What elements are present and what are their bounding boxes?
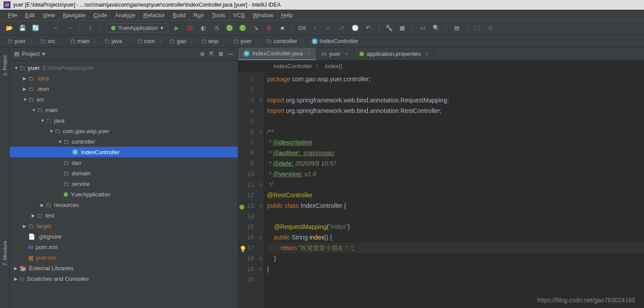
tree-ext-libs[interactable]: ▶📚External Libraries <box>10 263 238 273</box>
breadcrumb-class[interactable]: C IndexController <box>309 37 361 45</box>
close-icon[interactable]: × <box>426 51 429 57</box>
build-icon[interactable]: ⤵ <box>85 23 95 33</box>
tree-index-controller[interactable]: CIndexController <box>10 147 238 157</box>
tree-target[interactable]: ▶🗀target <box>10 221 238 231</box>
chevron-down-icon[interactable]: ▾ <box>42 51 45 57</box>
attach-icon[interactable]: ⇘ <box>251 23 261 33</box>
breadcrumb-com[interactable]: 🗀 com <box>134 37 158 45</box>
tree-pom[interactable]: mpom.xml <box>10 242 238 252</box>
breadcrumb-yuer[interactable]: 🗀 yuer <box>4 37 28 45</box>
menu-build[interactable]: Build <box>169 11 189 19</box>
tab-app-properties[interactable]: ⬢ application.properties × <box>354 47 434 60</box>
tree-test[interactable]: ▶🗀test <box>10 210 238 221</box>
back-icon[interactable]: ← <box>51 23 61 33</box>
tree-yuer-app[interactable]: ⬢YuerApplication <box>10 189 238 199</box>
open-icon[interactable]: 📂 <box>4 23 14 33</box>
tree-mvn[interactable]: ▶🗀.mvn <box>10 83 238 94</box>
tab-index-controller[interactable]: C IndexController.java × <box>238 47 317 60</box>
structure-icon[interactable]: ▦ <box>397 23 407 33</box>
tools-icon[interactable]: ⚙ <box>264 23 274 33</box>
vcs-revert-icon[interactable]: ↶ <box>364 23 373 33</box>
run-config-selector[interactable]: ⬢ YuerApplication ▾ <box>106 23 168 33</box>
sync-icon[interactable]: 🔄 <box>31 23 40 33</box>
breadcrumb-gao[interactable]: 🗀 gao <box>167 37 189 45</box>
breadcrumb-yuer2[interactable]: 🗀 yuer <box>230 37 254 45</box>
tree-gitignore[interactable]: 📄.gitignore <box>10 231 238 242</box>
project-tree[interactable]: ▼🗀yuerE:\IdeaProjects\yuer ▶🗀.idea ▶🗀.mv… <box>10 61 238 308</box>
breadcrumb-controller[interactable]: 🗀 controller <box>263 37 299 45</box>
menu-file[interactable]: File <box>4 11 21 19</box>
tree-iml[interactable]: ▦yuer.iml <box>10 252 238 263</box>
save-icon[interactable]: 💾 <box>18 23 27 33</box>
tree-service[interactable]: 🗀service <box>10 178 238 189</box>
menu-navigate[interactable]: Navigate <box>59 11 89 19</box>
main-toolbar: 📂 💾 🔄 ← → ⤵ ⬢ YuerApplication ▾ ▶ 🐞 ◐ ◷ … <box>0 20 644 35</box>
menu-refactor[interactable]: Refactor <box>140 11 168 19</box>
breadcrumb-main[interactable]: 🗀 main <box>67 37 92 45</box>
menu-window[interactable]: Window <box>249 11 277 19</box>
chevron-right-icon: 〉 <box>191 37 196 45</box>
tree-root[interactable]: ▼🗀yuerE:\IdeaProjects\yuer <box>10 62 238 73</box>
settings-icon[interactable]: 🔧 <box>384 23 394 33</box>
locate-icon[interactable]: ⊕ <box>200 51 205 57</box>
line-gutter[interactable]: 123 456 789 101112 13⬢ 141516 17💡 181920 <box>238 72 258 308</box>
jrebel-icon[interactable]: 🟢 <box>238 23 247 33</box>
tree-controller[interactable]: ▼🗀controller <box>10 136 238 147</box>
breadcrumb-wsp[interactable]: 🗀 wsp <box>198 37 221 45</box>
vcs-push-icon[interactable]: ↗ <box>337 23 347 33</box>
code-content[interactable]: package com.gao.wsp.yuer.controller; imp… <box>264 72 644 308</box>
menu-vcs[interactable]: VCS <box>229 11 248 19</box>
editor-breadcrumb-class[interactable]: IndexController <box>273 63 312 69</box>
breadcrumb-java[interactable]: 🗀 java <box>102 37 125 45</box>
profile-icon[interactable]: ◷ <box>211 23 221 33</box>
jrebel-panel-icon[interactable]: ⬚ <box>473 23 482 33</box>
layout-icon[interactable]: ▭ <box>418 23 428 33</box>
tree-java[interactable]: ▼🗀java <box>10 115 238 126</box>
menu-help[interactable]: Help <box>277 11 296 19</box>
breadcrumb-src[interactable]: 🗀 src <box>37 37 58 45</box>
tree-resources[interactable]: ▶🗀resources <box>10 199 238 210</box>
vcs-commit-icon[interactable]: ✓ <box>324 23 334 33</box>
gear-icon[interactable]: ✿ <box>218 51 223 57</box>
run-icon[interactable]: ▶ <box>172 23 182 33</box>
concurrency-icon[interactable]: 🟢 <box>225 23 234 33</box>
watermark: https://blog.csdn.net/gao763024185 <box>537 297 635 304</box>
chevron-right-icon: 〉 <box>302 37 307 45</box>
tree-main[interactable]: ▼🗀main <box>10 105 238 115</box>
search-icon[interactable]: 🔍 <box>431 23 441 33</box>
tree-scratches[interactable]: ▶◎Scratches and Consoles <box>10 273 238 284</box>
tab-yuer[interactable]: m yuer × <box>317 47 354 60</box>
menu-analyze[interactable]: Analyze <box>112 11 139 19</box>
vcs-update-icon[interactable]: ✓ <box>311 23 320 33</box>
stop-icon[interactable]: ■ <box>277 23 287 33</box>
close-icon[interactable]: × <box>307 50 311 57</box>
intention-bulb-icon[interactable]: 💡 <box>239 244 247 254</box>
forward-icon[interactable]: → <box>65 23 74 33</box>
separator <box>412 23 413 32</box>
debug-icon[interactable]: 🐞 <box>185 23 195 33</box>
disable-icon[interactable]: ⊘ <box>486 23 495 33</box>
tree-dao[interactable]: 🗀dao <box>10 157 238 168</box>
code-editor[interactable]: 123 456 789 101112 13⬢ 141516 17💡 181920… <box>238 72 644 308</box>
collapse-icon[interactable]: ⇱ <box>209 51 214 57</box>
tree-src[interactable]: ▼🗀src <box>10 94 238 105</box>
tree-idea[interactable]: ▶🗀.idea <box>10 73 238 83</box>
menu-edit[interactable]: Edit <box>22 11 38 19</box>
tree-domain[interactable]: 🗀domain <box>10 168 238 178</box>
hide-icon[interactable]: — <box>228 51 233 57</box>
menu-run[interactable]: Run <box>190 11 207 19</box>
spring-gutter-icon[interactable]: ⬢ <box>239 202 244 212</box>
coverage-icon[interactable]: ◐ <box>198 23 208 33</box>
menu-view[interactable]: View <box>39 11 58 19</box>
close-icon[interactable]: × <box>345 51 348 57</box>
menu-code[interactable]: Code <box>90 11 111 19</box>
tab-structure-tool[interactable]: 7: Structure <box>1 237 8 269</box>
app-icon: IJ <box>4 1 11 8</box>
menu-tools[interactable]: Tools <box>208 11 229 19</box>
tab-project-tool[interactable]: 1: Project <box>1 52 8 79</box>
editor-breadcrumb-method[interactable]: index() <box>325 63 342 69</box>
task-icon[interactable]: ▤ <box>452 23 462 33</box>
vcs-history-icon[interactable]: 🕐 <box>350 23 360 33</box>
fold-column[interactable]: ⊟ ⊟ ⊟ ⊟ ⊟⊟ ⊟ <box>258 72 264 308</box>
tree-pkg[interactable]: ▼🗀com.gao.wsp.yuer <box>10 126 238 136</box>
